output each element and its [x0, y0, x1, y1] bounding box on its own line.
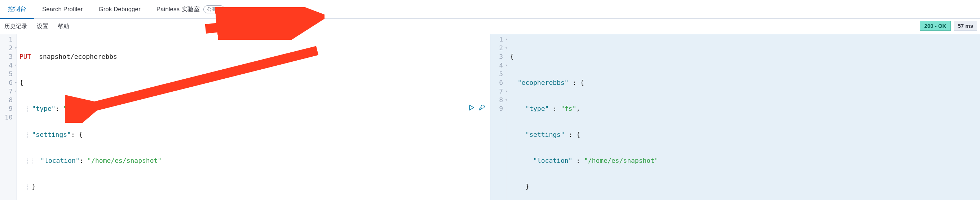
- json-key: "settings": [525, 131, 564, 138]
- request-actions: [468, 104, 485, 111]
- json-key: "ecopherebbs": [518, 79, 569, 86]
- brace: }: [32, 183, 36, 190]
- wrench-icon[interactable]: [479, 104, 485, 111]
- tab-painless-lab[interactable]: Painless 实验室 公测版: [148, 0, 232, 19]
- brace: {: [19, 79, 24, 86]
- tab-console[interactable]: 控制台: [0, 0, 34, 19]
- status-ok-badge: 200 - OK: [920, 21, 951, 31]
- json-key: "type": [525, 105, 549, 112]
- editors-container: 1 2 3 4 5 6 7 8 9 10 PUT _snapshot/ecoph…: [0, 34, 980, 200]
- toolbar: 历史记录 设置 帮助 200 - OK 57 ms: [0, 19, 980, 34]
- http-method: PUT: [19, 53, 31, 60]
- brace: {: [510, 53, 514, 60]
- play-icon[interactable]: [468, 104, 475, 111]
- help-link[interactable]: 帮助: [54, 21, 73, 32]
- response-gutter: 1 2 3 4 5 6 7 8 9: [490, 34, 507, 200]
- response-editor: 1 2 3 4 5 6 7 8 9 { "ecopherebbs" : { "t…: [490, 34, 980, 200]
- json-value: "fs": [63, 105, 79, 112]
- json-value: "fs": [561, 105, 576, 112]
- status-area: 200 - OK 57 ms: [920, 21, 977, 31]
- json-key: "type": [32, 105, 56, 112]
- svg-marker-0: [469, 105, 473, 110]
- json-value: "/home/es/snapshot": [87, 157, 162, 164]
- request-gutter: 1 2 3 4 5 6 7 8 9 10: [0, 34, 17, 200]
- tab-label: Painless 实验室: [156, 5, 200, 13]
- response-code: { "ecopherebbs" : { "type" : "fs", "sett…: [507, 34, 980, 200]
- status-time-badge: 57 ms: [954, 21, 977, 31]
- json-key: "location": [40, 157, 80, 164]
- request-editor[interactable]: 1 2 3 4 5 6 7 8 9 10 PUT _snapshot/ecoph…: [0, 34, 490, 200]
- brace: }: [525, 183, 529, 190]
- beta-badge: 公测版: [204, 5, 224, 13]
- tabs-bar: 控制台 Search Profiler Grok Debugger Painle…: [0, 0, 980, 19]
- tab-grok-debugger[interactable]: Grok Debugger: [91, 0, 148, 19]
- request-path: _snapshot/ecopherebbs: [35, 53, 117, 60]
- settings-link[interactable]: 设置: [33, 21, 52, 32]
- json-value: "/home/es/snapshot": [584, 157, 659, 164]
- request-code[interactable]: PUT _snapshot/ecopherebbs { "type": "fs"…: [17, 34, 490, 200]
- json-key: "location": [533, 157, 572, 164]
- history-link[interactable]: 历史记录: [1, 21, 31, 32]
- tab-search-profiler[interactable]: Search Profiler: [34, 0, 91, 19]
- json-key: "settings": [32, 131, 71, 138]
